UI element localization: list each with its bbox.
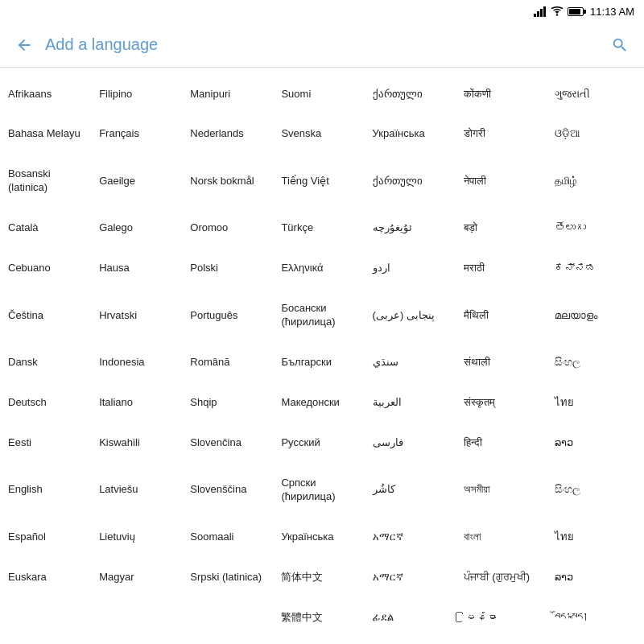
language-item[interactable]: ქართული (368, 74, 459, 114)
language-item[interactable]: English (3, 463, 94, 517)
svg-rect-3 (543, 6, 546, 17)
language-item[interactable]: संस्कृतम् (459, 382, 550, 423)
language-item[interactable]: Polski (185, 249, 276, 289)
language-item[interactable]: فارسی (368, 423, 459, 463)
language-item[interactable]: తెలుగు (550, 208, 641, 249)
language-item[interactable]: ქართული (368, 155, 459, 208)
language-item[interactable]: मैथिली (459, 289, 550, 343)
language-grid: AfrikaansFilipinoManipuriSuomiქართულიकों… (0, 68, 644, 644)
language-item[interactable]: മലയാളം (550, 289, 641, 343)
language-item[interactable]: አማርኛ (368, 517, 459, 557)
language-item[interactable]: Gaeilge (94, 155, 185, 208)
language-item[interactable]: Svenska (276, 114, 367, 155)
language-item[interactable]: Ελληνικά (276, 249, 367, 289)
language-item[interactable]: ગુજરાતી (550, 74, 641, 114)
language-item[interactable]: कोंकणी (459, 74, 550, 114)
language-item[interactable]: Slovenščina (185, 463, 276, 517)
language-item[interactable]: Suomi (276, 74, 367, 114)
language-item[interactable]: Slovenčina (185, 423, 276, 463)
language-item[interactable]: کاشُر (368, 463, 459, 517)
language-item[interactable]: پنجابی (عربی) (368, 289, 459, 343)
language-item[interactable]: Manipuri (185, 74, 276, 114)
language-item (94, 597, 185, 638)
language-item[interactable]: ไทย (550, 517, 641, 557)
status-bar: 11:13 AM (0, 0, 644, 23)
language-item[interactable]: Euskara (3, 557, 94, 597)
language-item[interactable]: Srpski (latinica) (185, 557, 276, 597)
language-item[interactable]: Română (185, 342, 276, 382)
language-item[interactable]: ไทย (550, 382, 641, 423)
svg-point-4 (556, 14, 558, 15)
language-item[interactable]: Kiswahili (94, 423, 185, 463)
language-item[interactable]: बड़ो (459, 208, 550, 249)
back-arrow-icon (15, 36, 33, 54)
language-item[interactable]: தமிழ் (550, 155, 641, 208)
language-item[interactable]: ລາວ (550, 423, 641, 463)
language-item[interactable]: မြန်မာ (459, 597, 550, 638)
language-item[interactable]: ລາວ (550, 557, 641, 597)
search-button[interactable] (605, 31, 634, 60)
language-item[interactable]: Čeština (3, 289, 94, 343)
language-item[interactable]: Català (3, 208, 94, 249)
language-item[interactable]: বাংলা (459, 517, 550, 557)
language-item[interactable]: Filipino (94, 74, 185, 114)
language-item[interactable]: Nederlands (185, 114, 276, 155)
language-item[interactable]: Hausa (94, 249, 185, 289)
language-item (185, 597, 276, 638)
language-item[interactable]: ଓଡ଼ିଆ (550, 114, 641, 155)
language-item[interactable]: Cebuano (3, 249, 94, 289)
language-item[interactable]: Deutsch (3, 382, 94, 423)
language-item[interactable]: Français (94, 114, 185, 155)
language-item[interactable]: Italiano (94, 382, 185, 423)
language-item[interactable]: Norsk bokmål (185, 155, 276, 208)
language-item[interactable]: Indonesia (94, 342, 185, 382)
language-item[interactable]: Türkçe (276, 208, 367, 249)
language-item[interactable]: አማርኛ (368, 557, 459, 597)
language-item[interactable]: Hrvatski (94, 289, 185, 343)
language-item[interactable]: سنڌي (368, 342, 459, 382)
language-item[interactable]: Magyar (94, 557, 185, 597)
language-item[interactable]: नेपाली (459, 155, 550, 208)
language-item[interactable]: Afrikaans (3, 74, 94, 114)
language-item[interactable]: Lietuvių (94, 517, 185, 557)
status-icons (534, 6, 585, 17)
language-item[interactable]: ፊደል (368, 597, 459, 638)
language-item[interactable]: Shqip (185, 382, 276, 423)
language-item[interactable]: मराठी (459, 249, 550, 289)
language-item[interactable]: Bahasa Melayu (3, 114, 94, 155)
language-item[interactable]: डोगरी (459, 114, 550, 155)
language-item[interactable]: Bosanski (latinica) (3, 155, 94, 208)
language-item[interactable]: संथाली (459, 342, 550, 382)
language-item[interactable]: Oromoo (185, 208, 276, 249)
language-item[interactable]: བོད་སྐད། (550, 597, 641, 638)
language-item[interactable]: Español (3, 517, 94, 557)
language-item[interactable]: සිංහල (550, 463, 641, 517)
language-item[interactable]: ئۇيغۇرچە (368, 208, 459, 249)
svg-rect-0 (534, 14, 536, 17)
language-item[interactable]: العربية (368, 382, 459, 423)
language-item[interactable]: Português (185, 289, 276, 343)
language-item[interactable]: অসমীয়া (459, 463, 550, 517)
language-item[interactable]: ಕನ್ನಡ (550, 249, 641, 289)
language-item[interactable]: Українська (368, 114, 459, 155)
language-item[interactable]: اردو (368, 249, 459, 289)
language-item[interactable]: Dansk (3, 342, 94, 382)
language-item[interactable]: Latviešu (94, 463, 185, 517)
language-item[interactable]: हिन्दी (459, 423, 550, 463)
language-item[interactable]: Русский (276, 423, 367, 463)
language-item[interactable]: ਪੰਜਾਬੀ (ਗੁਰਮੁਖੀ) (459, 557, 550, 597)
language-item[interactable]: Українська (276, 517, 367, 557)
search-icon (611, 36, 629, 54)
language-item[interactable]: Eesti (3, 423, 94, 463)
language-item[interactable]: 简体中文 (276, 557, 367, 597)
language-item[interactable]: සිංහල (550, 342, 641, 382)
back-button[interactable] (10, 31, 39, 60)
language-item[interactable]: 繁體中文 (276, 597, 367, 638)
language-item[interactable]: Босански (ћирилица) (276, 289, 367, 343)
language-item[interactable]: Soomaali (185, 517, 276, 557)
language-item[interactable]: Српски (ћирилица) (276, 463, 367, 517)
language-item[interactable]: Македонски (276, 382, 367, 423)
language-item[interactable]: Tiếng Việt (276, 155, 367, 208)
language-item[interactable]: Български (276, 342, 367, 382)
language-item[interactable]: Galego (94, 208, 185, 249)
